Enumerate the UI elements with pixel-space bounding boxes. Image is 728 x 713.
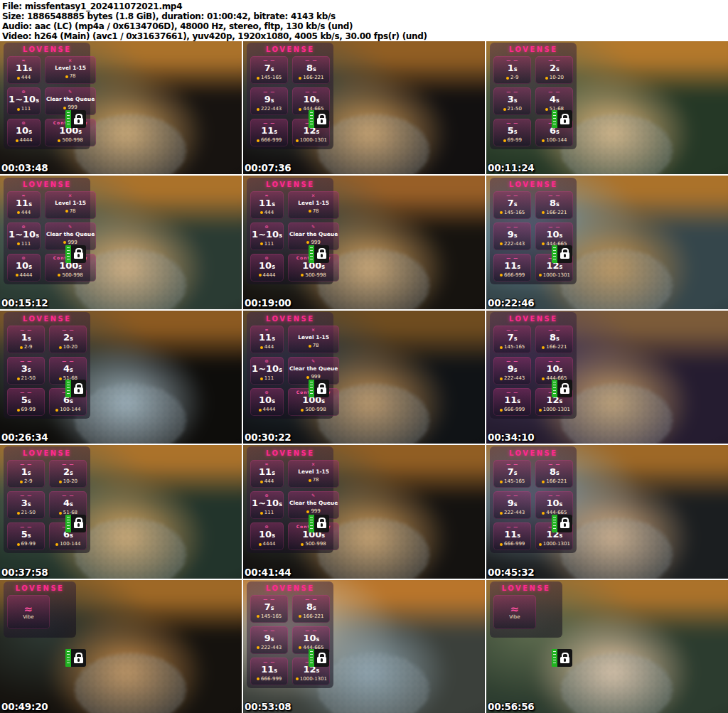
tip-menu-panel: LOVENSE ≈11s444×Level 1-1578⊙1~10s111✎Cl… (247, 178, 333, 284)
video-thumbnail: LOVENSE ≈Vibe 00:49:20 (0, 580, 242, 713)
timestamp-label: 00:15:12 (1, 297, 48, 309)
tip-menu-tile: ⊙10s4444 (7, 254, 41, 282)
token-dot-icon (299, 108, 301, 111)
tip-menu-tile: ⊙10s4444 (250, 522, 284, 550)
lovense-logo: LOVENSE (6, 449, 88, 457)
lovense-logo: LOVENSE (249, 315, 331, 323)
token-dot-icon (296, 139, 299, 142)
token-dot-icon (55, 543, 58, 546)
tip-menu-tile: — —5s69-99 (493, 119, 531, 146)
lovense-logo: LOVENSE (492, 181, 574, 188)
video-thumbnail: LOVENSE — —7s145-165— —8s166-221— —9s222… (243, 41, 485, 174)
tip-menu-tile: ×Level 1-1578 (45, 191, 96, 219)
token-dot-icon (542, 512, 545, 515)
video-thumbnail: LOVENSE ≈11s444×Level 1-1578⊙1~10s111✎Cl… (243, 311, 485, 444)
token-dot-icon (17, 512, 20, 515)
tip-menu-panel: LOVENSE — —7s145-165— —8s166-221— —9s222… (490, 312, 577, 419)
timestamp-label: 00:03:48 (1, 162, 48, 173)
token-dot-icon (16, 139, 18, 142)
token-dot-icon (301, 543, 304, 546)
padlock-icon (71, 380, 86, 397)
lovense-logo: LOVENSE (6, 315, 88, 323)
timestamp-label: 00:49:20 (1, 701, 48, 712)
timestamp-label: 00:22:46 (488, 297, 535, 309)
tip-menu-tile: ⊙1~10s111 (250, 491, 284, 519)
tip-menu-tile: — —9s222-443 (493, 223, 531, 250)
padlock-icon (314, 515, 329, 532)
tip-menu-panel: LOVENSE — —1s2-9— —2s10-20— —3s21-50— —4… (490, 43, 577, 149)
timestamp-label: 00:56:56 (488, 701, 535, 712)
tip-menu-panel: LOVENSE — —7s145-165— —8s166-221— —9s222… (247, 581, 333, 688)
token-dot-icon (260, 377, 263, 380)
token-dot-icon (500, 274, 503, 277)
lock-badge (552, 380, 572, 397)
tip-menu-tile: — —8s166-221 (292, 56, 330, 84)
tip-menu-tile: — —7s145-165 (493, 326, 531, 353)
tip-menu-panel: LOVENSE — —1s2-9— —2s10-20— —3s21-50— —4… (4, 312, 90, 419)
token-dot-icon (306, 241, 309, 244)
tip-menu-tile: ≈11s444 (250, 326, 284, 353)
token-dot-icon (260, 481, 263, 483)
battery-indicator (65, 380, 71, 397)
token-dot-icon (16, 274, 18, 277)
tip-menu-tile: ×Level 1-1578 (288, 326, 339, 353)
padlock-icon (314, 649, 329, 667)
token-dot-icon (539, 409, 542, 412)
tip-menu-tiles: ≈11s444×Level 1-1578⊙1~10s111✎Clear the … (249, 326, 331, 416)
tip-menu-tile: — —8s166-221 (535, 326, 573, 353)
tip-menu-tiles: — —1s2-9— —2s10-20— —3s21-50— —4s51-68— … (492, 56, 574, 146)
battery-indicator (65, 245, 71, 263)
timestamp-label: 00:30:22 (245, 431, 291, 443)
padlock-icon (71, 515, 86, 532)
tip-menu-tile: ⊙10s4444 (7, 119, 41, 146)
lovense-logo: LOVENSE (6, 45, 88, 53)
tip-menu-tile: — —5s69-99 (7, 388, 45, 416)
tip-menu-tile: — —2s10-20 (49, 460, 87, 488)
token-dot-icon (260, 242, 263, 245)
token-dot-icon (17, 377, 20, 380)
lock-badge (309, 649, 329, 667)
battery-indicator (309, 649, 314, 667)
token-dot-icon (500, 481, 503, 483)
tip-menu-tile: — —9s222-443 (250, 87, 288, 115)
token-dot-icon (500, 512, 503, 515)
tip-menu-panel: LOVENSE ≈Vibe (4, 581, 76, 638)
battery-indicator (65, 110, 71, 128)
token-dot-icon (63, 241, 66, 244)
tip-menu-tiles: ≈11s444×Level 1-1578⊙1~10s111✎Clear the … (249, 460, 331, 550)
tip-menu-tile: — —11s666-999 (250, 658, 288, 685)
tip-menu-panel: LOVENSE — —7s145-165— —8s166-221— —9s222… (490, 446, 577, 553)
tip-menu-tile: — —3s21-50 (7, 491, 45, 519)
token-dot-icon (58, 139, 60, 142)
padlock-icon (71, 649, 86, 667)
tip-menu-tile: — —2s10-20 (49, 326, 87, 353)
token-dot-icon (306, 376, 309, 379)
tip-menu-panel: LOVENSE ≈11s444×Level 1-1578⊙1~10s111✎Cl… (4, 43, 90, 149)
tip-menu-tile: — —1s2-9 (7, 326, 45, 353)
battery-indicator (552, 380, 557, 397)
padlock-icon (71, 110, 86, 128)
video-thumbnail: LOVENSE ≈11s444×Level 1-1578⊙1~10s111✎Cl… (243, 176, 485, 309)
token-dot-icon (17, 211, 20, 214)
tip-menu-tile: — —11s666-999 (493, 254, 531, 282)
padlock-icon (557, 245, 572, 263)
token-dot-icon (500, 211, 503, 214)
tip-menu-tile: ×Level 1-1578 (45, 56, 96, 84)
video-thumbnail: LOVENSE ≈Vibe 00:56:56 (486, 580, 728, 713)
timestamp-label: 00:37:58 (1, 567, 48, 578)
video-thumbnail: LOVENSE — —1s2-9— —2s10-20— —3s21-50— —4… (486, 41, 728, 174)
tip-menu-tile: — —1s2-9 (7, 460, 45, 488)
audio-info-line: Audio: aac (LC) (mp4a / 0x6134706D), 480… (2, 21, 728, 31)
token-dot-icon (542, 481, 545, 483)
token-dot-icon (259, 274, 262, 277)
token-dot-icon (260, 211, 263, 214)
contact-sheet: File: missfentasy1_202411072021.mp4 Size… (0, 0, 728, 713)
battery-indicator (309, 245, 314, 263)
timestamp-label: 00:19:00 (245, 297, 291, 309)
tip-menu-tiles: — —1s2-9— —2s10-20— —3s21-50— —4s51-68— … (6, 460, 88, 550)
tip-menu-tile: — —1s2-9 (493, 56, 531, 84)
tip-menu-panel: LOVENSE ≈11s444×Level 1-1578⊙1~10s111✎Cl… (4, 178, 90, 284)
tip-menu-tiles: ≈11s444×Level 1-1578⊙1~10s111✎Clear the … (6, 191, 88, 282)
tip-menu-tile: — —8s166-221 (535, 460, 573, 488)
token-dot-icon (301, 274, 304, 277)
